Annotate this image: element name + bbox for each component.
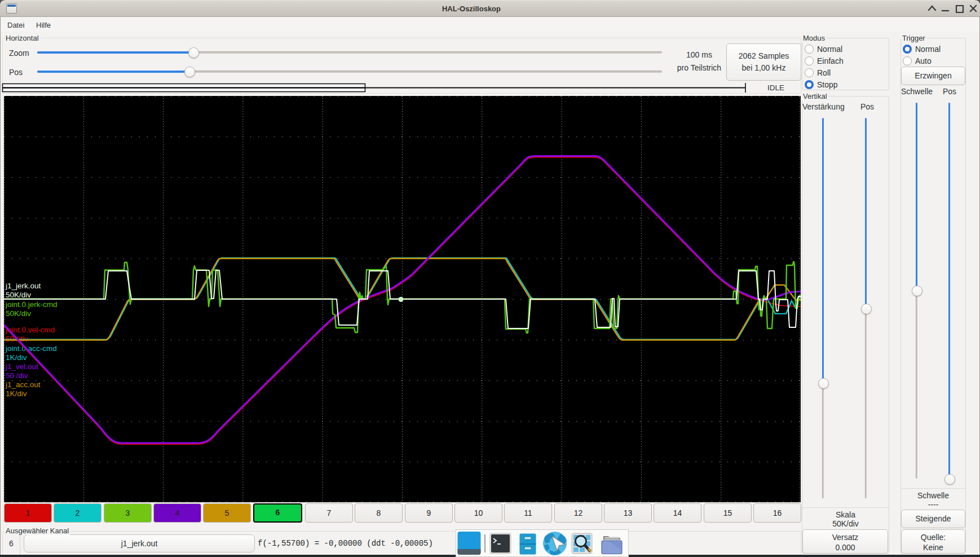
svg-text:joint.0.acc-cmd: joint.0.acc-cmd — [5, 344, 57, 353]
svg-text:50K/div: 50K/div — [6, 309, 31, 318]
svg-text:50K/div: 50K/div — [6, 291, 31, 299]
svg-text:j1_vel.out: j1_vel.out — [5, 362, 38, 371]
svg-text:j1_jerk.out: j1_jerk.out — [5, 282, 41, 290]
svg-text:50 /div: 50 /div — [6, 371, 28, 380]
svg-text:j1_acc.out: j1_acc.out — [5, 380, 41, 389]
svg-text:1K/div: 1K/div — [6, 353, 27, 362]
svg-text:joint.0.jerk-cmd: joint.0.jerk-cmd — [5, 300, 58, 309]
svg-text:1K/div: 1K/div — [6, 389, 27, 398]
